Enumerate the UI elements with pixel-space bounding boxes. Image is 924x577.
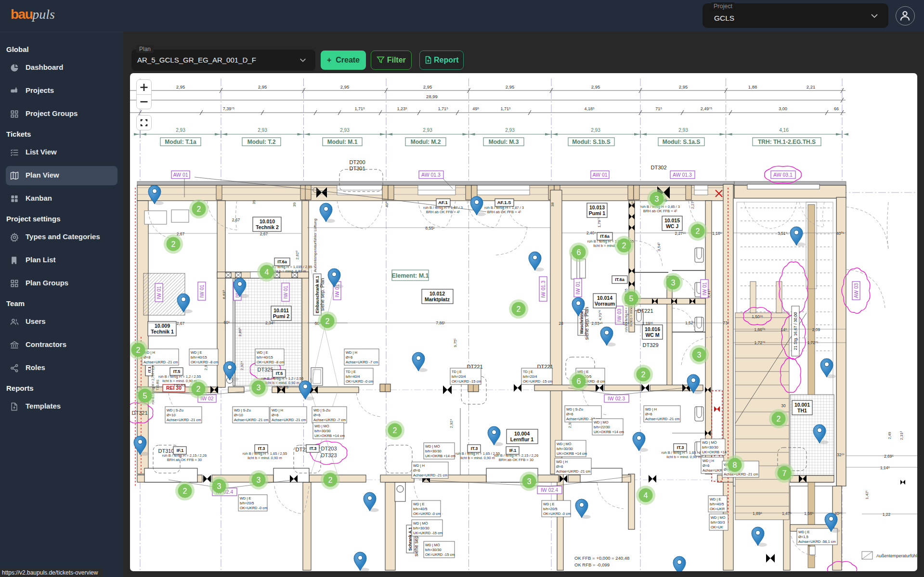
svg-text:OK=UKRD -0 cm: OK=UKRD -0 cm bbox=[240, 506, 267, 510]
svg-text:3: 3 bbox=[671, 279, 676, 287]
svg-text:2,67: 2,67 bbox=[177, 321, 185, 326]
svg-text:6: 6 bbox=[577, 377, 581, 385]
svg-text:3: 3 bbox=[257, 476, 261, 484]
svg-text:2,95: 2,95 bbox=[423, 84, 432, 90]
svg-text:OK RFB = -0,099: OK RFB = -0,099 bbox=[574, 562, 610, 567]
svg-text:2,95: 2,95 bbox=[591, 84, 600, 90]
svg-text:b/h=30/30: b/h=30/30 bbox=[557, 447, 573, 451]
svg-text:Ø=6: Ø=6 bbox=[566, 412, 573, 416]
svg-text:Achse=UKRD -21 cm: Achse=UKRD -21 cm bbox=[556, 469, 590, 474]
svg-text:OK=UKRD -8 cm: OK=UKRD -8 cm bbox=[257, 360, 284, 364]
svg-text:10.010: 10.010 bbox=[260, 218, 275, 224]
svg-text:Achse=UKRD -56,1 cm: Achse=UKRD -56,1 cm bbox=[798, 539, 836, 544]
svg-text:4: 4 bbox=[265, 268, 269, 276]
svg-text:OK=UKRD -0 cm: OK=UKRD -0 cm bbox=[413, 512, 441, 516]
svg-text:2,93: 2,93 bbox=[423, 128, 432, 133]
svg-text:2: 2 bbox=[517, 305, 521, 313]
svg-text:2,09: 2,09 bbox=[812, 327, 820, 332]
svg-text:WD | MÖ: WD | MÖ bbox=[557, 442, 572, 446]
svg-text:IT.6a: IT.6a bbox=[277, 259, 287, 264]
svg-text:3: 3 bbox=[217, 482, 221, 490]
svg-text:Achse=UKRD -21 cm: Achse=UKRD -21 cm bbox=[724, 472, 758, 476]
svg-text:IF.1: IF.1 bbox=[177, 448, 184, 453]
svg-text:2: 2 bbox=[696, 227, 700, 235]
svg-text:1,58⁵: 1,58⁵ bbox=[804, 511, 814, 516]
svg-text:BRH ab OK FFB = 4¹: BRH ab OK FFB = 4¹ bbox=[487, 210, 521, 214]
svg-text:2,93: 2,93 bbox=[591, 128, 600, 133]
svg-text:3: 3 bbox=[257, 384, 261, 392]
svg-text:roh B / fertig H = 1,2 / 2,55: roh B / fertig H = 1,2 / 2,55 bbox=[158, 374, 201, 379]
svg-text:roh B / fertig H = 2,15 / 2,26: roh B / fertig H = 2,15 / 2,26 bbox=[494, 453, 538, 458]
svg-text:39: 39 bbox=[252, 200, 256, 204]
svg-text:2,21: 2,21 bbox=[807, 84, 816, 90]
svg-text:OK=UK: OK=UK bbox=[711, 525, 723, 529]
svg-text:TD | E: TD | E bbox=[452, 370, 462, 374]
svg-text:DT325: DT325 bbox=[257, 367, 273, 372]
svg-text:DT221: DT221 bbox=[637, 308, 653, 314]
svg-text:Außentemperaturfühler Lüftung: Außentemperaturfühler Lüftung bbox=[313, 218, 317, 272]
svg-text:2,93: 2,93 bbox=[678, 128, 688, 133]
svg-text:28,99: 28,99 bbox=[426, 94, 438, 99]
svg-text:T30-RS: T30-RS bbox=[276, 385, 288, 389]
svg-text:10.004: 10.004 bbox=[514, 431, 530, 436]
svg-text:Element: M.1: Element: M.1 bbox=[391, 272, 429, 279]
svg-text:2: 2 bbox=[393, 426, 397, 435]
svg-text:roh B / fertig H = 1,65 / 2,55: roh B / fertig H = 1,65 / 2,55 bbox=[455, 451, 500, 456]
svg-text:WD | H: WD | H bbox=[703, 459, 714, 463]
svg-text:Achse=UKRD -7 cm: Achse=UKRD -7 cm bbox=[313, 418, 346, 422]
svg-text:1,42⁵: 1,42⁵ bbox=[865, 490, 869, 500]
svg-text:AW 03.1: AW 03.1 bbox=[773, 172, 793, 178]
svg-text:AF.1.S: AF.1.S bbox=[497, 200, 511, 205]
svg-text:4,18⁵: 4,18⁵ bbox=[584, 106, 595, 111]
svg-text:roh B / fertig H = 2,15 / 2,26: roh B / fertig H = 2,15 / 2,26 bbox=[162, 453, 207, 458]
svg-text:DT203: DT203 bbox=[321, 446, 337, 451]
svg-text:3,89⁹: 3,89⁹ bbox=[238, 328, 242, 337]
svg-text:IT.3: IT.3 bbox=[471, 446, 478, 451]
svg-text:AW 03: AW 03 bbox=[853, 283, 859, 298]
svg-text:10.009: 10.009 bbox=[155, 323, 170, 329]
svg-text:IW 01: IW 01 bbox=[702, 282, 707, 295]
svg-text:b/h=30/30: b/h=30/30 bbox=[413, 526, 429, 530]
svg-text:WC M: WC M bbox=[645, 332, 659, 338]
svg-text:WD | H: WD | H bbox=[272, 408, 283, 412]
svg-text:5: 5 bbox=[629, 295, 634, 303]
svg-text:Modul: S.1a.S: Modul: S.1a.S bbox=[663, 139, 701, 145]
svg-text:2,92⁴: 2,92⁴ bbox=[240, 361, 244, 371]
svg-text:9,75⁵: 9,75⁵ bbox=[453, 338, 457, 347]
svg-text:8,55¹: 8,55¹ bbox=[425, 226, 435, 231]
svg-text:OK=UKRD -0 cm: OK=UKRD -0 cm bbox=[346, 379, 373, 384]
svg-text:Außentemperaturfühler Heizung: Außentemperaturfühler Heizung bbox=[876, 553, 917, 558]
svg-text:WD | H: WD | H bbox=[346, 350, 357, 355]
svg-text:b/h=30/30: b/h=30/30 bbox=[702, 445, 718, 449]
svg-text:1,71⁵: 1,71⁵ bbox=[438, 106, 448, 111]
svg-text:Modul: T.1a: Modul: T.1a bbox=[165, 139, 196, 145]
svg-text:BRH ab OK FFB = 4¹: BRH ab OK FFB = 4¹ bbox=[643, 209, 677, 213]
svg-text:b/h=40/5: b/h=40/5 bbox=[710, 502, 724, 506]
svg-text:1,14⁵: 1,14⁵ bbox=[880, 465, 890, 470]
svg-text:WD | E: WD | E bbox=[798, 530, 810, 534]
svg-text:OK=UKRD -8 cm: OK=UKRD -8 cm bbox=[191, 360, 218, 364]
svg-text:2,95: 2,95 bbox=[506, 84, 515, 90]
svg-text:32²⁹: 32²⁹ bbox=[837, 452, 845, 457]
svg-text:1,71⁵: 1,71⁵ bbox=[500, 106, 511, 111]
svg-text:IW 01: IW 01 bbox=[575, 281, 581, 295]
svg-text:3,41¹: 3,41¹ bbox=[707, 289, 711, 298]
svg-text:Technik 1: Technik 1 bbox=[151, 329, 174, 334]
svg-text:WD | E: WD | E bbox=[257, 350, 268, 355]
svg-text:Ø=1,5: Ø=1,5 bbox=[798, 535, 808, 539]
svg-text:40⁹: 40⁹ bbox=[631, 202, 635, 207]
svg-text:2,03⁴⁶: 2,03⁴⁶ bbox=[591, 321, 603, 326]
svg-text:IT.6a: IT.6a bbox=[615, 277, 625, 282]
svg-text:BRH ab OK FFB = 30: BRH ab OK FFB = 30 bbox=[499, 458, 534, 462]
svg-text:Achse=UKRD -21 cm: Achse=UKRD -21 cm bbox=[167, 418, 201, 422]
svg-text:3,51⁹: 3,51⁹ bbox=[778, 231, 788, 236]
svg-text:73⁶: 73⁶ bbox=[723, 321, 729, 325]
svg-text:licht b = mind. 0,90 m: licht b = mind. 0,90 m bbox=[666, 455, 701, 459]
svg-text:b/h=30/30: b/h=30/30 bbox=[425, 449, 442, 453]
svg-text:TD | E: TD | E bbox=[346, 370, 356, 374]
svg-text:3: 3 bbox=[527, 477, 532, 486]
svg-text:DT302: DT302 bbox=[651, 165, 666, 170]
svg-text:licht b = mind. 0,90 m: licht b = mind. 0,90 m bbox=[247, 456, 282, 460]
svg-text:OK=UKRD -15 cm: OK=UKRD -15 cm bbox=[452, 379, 481, 384]
svg-text:Modul: M.3: Modul: M.3 bbox=[489, 139, 519, 145]
